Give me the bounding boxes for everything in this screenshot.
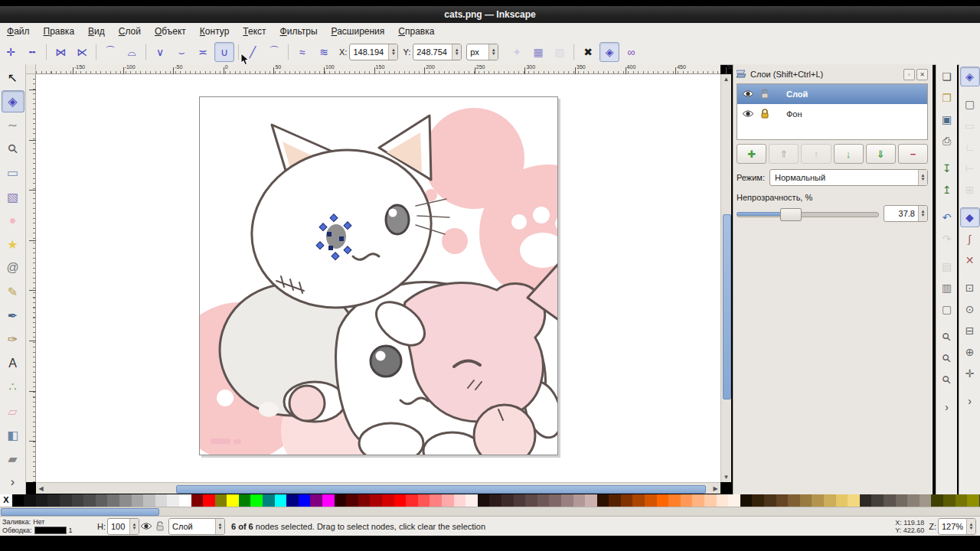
color-swatch[interactable]	[668, 494, 681, 507]
color-swatch[interactable]	[931, 494, 943, 507]
tool-ellipse[interactable]: ●	[2, 210, 24, 232]
unit-select[interactable]: px ▲▼	[466, 44, 498, 60]
snap-master-button[interactable]: ◈	[960, 67, 980, 86]
open-document-button[interactable]: ❐	[937, 88, 957, 108]
snap-cusp-nodes-button[interactable]: ⊡	[960, 278, 980, 298]
snap-smooth-nodes-button[interactable]: ⊙	[960, 299, 980, 319]
overflow-button[interactable]: ›	[960, 391, 980, 411]
snap-rotation-center-button[interactable]: ✛	[960, 364, 980, 383]
tool-overflow[interactable]: ›	[2, 471, 24, 494]
color-swatch[interactable]	[740, 494, 753, 507]
window-titlebar[interactable]: cats.png — Inkscape	[0, 6, 980, 24]
save-document-button[interactable]: ▣	[937, 109, 957, 129]
color-swatch[interactable]	[275, 494, 287, 507]
color-swatch[interactable]	[800, 494, 812, 507]
menu-item-edit[interactable]: Правка	[37, 24, 82, 38]
color-swatch[interactable]	[788, 494, 800, 507]
color-swatch[interactable]	[848, 494, 860, 507]
x-coord-input[interactable]: 148.194 ▲▼	[349, 44, 398, 60]
color-swatch[interactable]	[967, 494, 979, 507]
zoom-input[interactable]: 127% ▲▼	[938, 518, 976, 535]
color-swatch[interactable]	[943, 494, 956, 507]
dialog-close-icon[interactable]: ✕	[916, 69, 928, 80]
join-nodes-button[interactable]: ⋈	[51, 42, 70, 62]
no-color-swatch[interactable]: X	[0, 494, 12, 507]
redo-button[interactable]: ↷	[937, 229, 957, 249]
tool-rect[interactable]: ▭	[2, 161, 24, 184]
fill-stroke-indicator[interactable]: Заливка: Нет Обводка: 1	[2, 518, 93, 535]
canvas-viewport[interactable]	[36, 74, 720, 482]
color-swatch[interactable]	[812, 494, 824, 507]
zoom-page-button[interactable]: ⚲	[937, 370, 957, 390]
transform-handles-button[interactable]: ✖	[578, 42, 598, 62]
color-swatch[interactable]	[871, 494, 884, 507]
master-opacity-input[interactable]: 100 ▲▼	[107, 518, 139, 535]
new-document-button[interactable]: ❏	[937, 67, 957, 86]
color-swatch[interactable]	[561, 494, 573, 507]
snap-object-centers-button[interactable]: ⊕	[960, 342, 980, 362]
unit-arrows[interactable]: ▲▼	[488, 44, 498, 60]
color-swatch[interactable]	[239, 494, 251, 507]
color-swatch[interactable]	[704, 494, 717, 507]
overflow-button[interactable]: ›	[937, 397, 957, 417]
color-swatch[interactable]	[418, 494, 430, 507]
tool-spray[interactable]: ∴	[2, 376, 24, 398]
tool-box3d[interactable]: ▧	[2, 186, 24, 208]
menu-item-filters[interactable]: Фильтры	[273, 24, 325, 38]
node-symmetric-button[interactable]: ≍	[193, 42, 213, 62]
menu-item-view[interactable]: Вид	[81, 24, 112, 38]
lock-closed-icon[interactable]	[760, 109, 769, 120]
color-swatch[interactable]	[728, 494, 740, 507]
zoom-spin-arrows[interactable]: ▲▼	[966, 519, 975, 534]
color-swatch[interactable]	[609, 494, 621, 507]
tool-eraser[interactable]: ▱	[2, 400, 24, 422]
current-layer-select[interactable]: Слой ▲▼	[168, 518, 225, 535]
color-swatch[interactable]	[370, 494, 382, 507]
tool-selector[interactable]: ↖	[2, 67, 24, 89]
color-swatch[interactable]	[263, 494, 275, 507]
color-swatch[interactable]	[489, 494, 501, 507]
color-swatch[interactable]	[155, 494, 168, 507]
color-swatch[interactable]	[215, 494, 227, 507]
color-swatch[interactable]	[860, 494, 872, 507]
y-coord-input[interactable]: 248.754 ▲▼	[413, 44, 462, 60]
scroll-left-arrow[interactable]: ◀	[36, 484, 46, 494]
menu-item-path[interactable]: Контур	[193, 24, 236, 38]
snap-midpoints-button[interactable]: ⊟	[960, 321, 980, 341]
menu-item-file[interactable]: Файл	[0, 24, 37, 38]
color-swatch[interactable]	[119, 494, 132, 507]
color-swatch[interactable]	[776, 494, 789, 507]
tool-pen[interactable]: ✒	[2, 305, 24, 327]
color-swatch[interactable]	[322, 494, 335, 507]
horizontal-scroll-thumb[interactable]	[176, 485, 706, 494]
segment-line-button[interactable]: ╱	[243, 42, 263, 62]
color-swatch[interactable]	[394, 494, 407, 507]
opacity-spin-arrows[interactable]: ▲▼	[918, 206, 927, 221]
color-swatch[interactable]	[179, 494, 191, 507]
blend-mode-arrows[interactable]: ▲▼	[918, 170, 927, 185]
object-to-path-button[interactable]: ≈	[292, 42, 312, 62]
color-swatch[interactable]	[24, 494, 36, 507]
color-swatch[interactable]	[537, 494, 550, 507]
join-with-segment-button[interactable]: ⌒	[100, 42, 120, 62]
color-swatch[interactable]	[107, 494, 119, 507]
vertical-scroll-thumb[interactable]	[723, 214, 731, 399]
horizontal-ruler[interactable]: -150-100-5005010015020025030035040045050…	[36, 64, 720, 74]
color-swatch[interactable]	[896, 494, 908, 507]
blend-mode-select[interactable]: Нормальный ▲▼	[769, 169, 928, 186]
color-swatch[interactable]	[203, 494, 215, 507]
horizontal-scrollbar[interactable]: ◀ ▶	[36, 482, 720, 494]
opacity-slider[interactable]	[737, 207, 879, 220]
delete-node-button[interactable]: ╍	[22, 42, 42, 62]
snap-nodes-button[interactable]: ◆	[960, 207, 980, 227]
raise-layer-button[interactable]: ↑	[801, 144, 831, 164]
snap-bbox-centers-button[interactable]: ⊞	[960, 180, 980, 200]
stroke-to-path-button[interactable]: ≋	[314, 42, 334, 62]
print-document-button[interactable]: ⎙	[937, 131, 957, 151]
paste-button[interactable]: ▥	[937, 278, 957, 298]
delete-layer-button[interactable]: −	[898, 144, 928, 164]
color-swatch[interactable]	[358, 494, 371, 507]
color-swatch[interactable]	[191, 494, 204, 507]
scroll-right-arrow[interactable]: ▶	[710, 484, 720, 494]
layer-visibility-icon[interactable]	[742, 90, 754, 99]
